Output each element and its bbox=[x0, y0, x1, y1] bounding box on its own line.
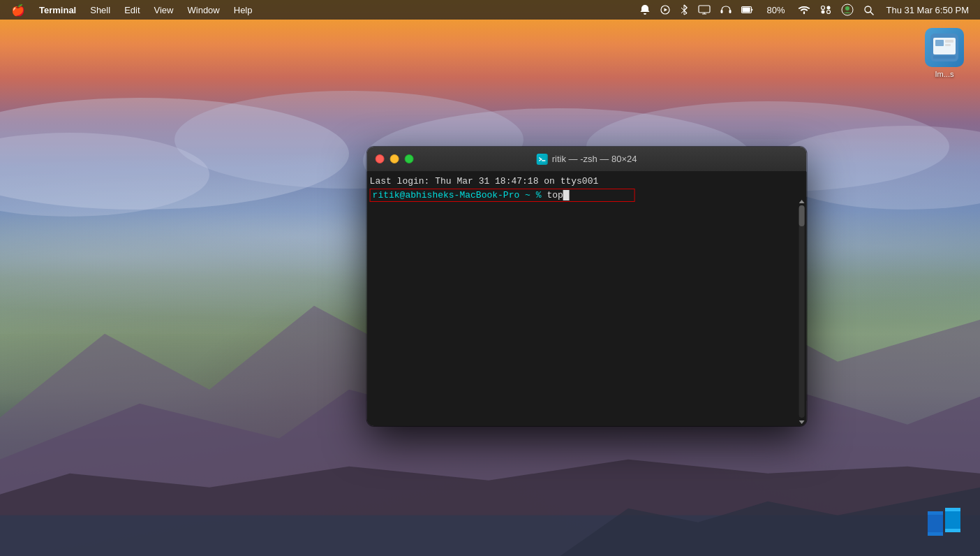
svg-point-22 bbox=[826, 10, 830, 14]
menu-window[interactable]: Window bbox=[182, 3, 225, 17]
window-buttons bbox=[376, 154, 414, 163]
svg-rect-39 bbox=[945, 508, 960, 532]
terminal-titlebar: ritik — -zsh — 80×24 bbox=[367, 147, 807, 172]
terminal-title-text: ritik — -zsh — 80×24 bbox=[552, 154, 637, 164]
scrollbar-down-button[interactable] bbox=[799, 419, 804, 425]
menu-view[interactable]: View bbox=[149, 3, 179, 17]
svg-rect-41 bbox=[945, 529, 960, 532]
svg-rect-37 bbox=[928, 511, 943, 515]
display-icon[interactable] bbox=[695, 5, 713, 15]
menubar-right: 80% bbox=[637, 3, 974, 17]
svg-point-21 bbox=[821, 10, 824, 14]
user-avatar[interactable] bbox=[838, 3, 856, 16]
menu-shell[interactable]: Shell bbox=[84, 3, 116, 17]
battery-menu-icon[interactable] bbox=[738, 6, 757, 14]
svg-rect-30 bbox=[945, 44, 951, 46]
menu-help[interactable]: Help bbox=[228, 3, 258, 17]
svg-marker-12 bbox=[665, 8, 668, 12]
window-minimize-button[interactable] bbox=[390, 154, 399, 163]
svg-rect-28 bbox=[935, 40, 944, 46]
watermark bbox=[928, 508, 966, 542]
wifi-icon[interactable] bbox=[795, 5, 813, 15]
svg-marker-35 bbox=[799, 420, 804, 424]
headphones-icon[interactable] bbox=[718, 5, 734, 15]
terminal-window[interactable]: ritik — -zsh — 80×24 Last login: Thu Mar… bbox=[367, 147, 807, 426]
svg-rect-40 bbox=[945, 508, 960, 511]
svg-rect-36 bbox=[928, 511, 943, 536]
search-icon[interactable] bbox=[861, 5, 877, 15]
svg-point-19 bbox=[821, 6, 824, 10]
apple-logo[interactable]: 🍎 bbox=[6, 2, 31, 18]
menubar: 🍎 Terminal Shell Edit View Window Help bbox=[0, 0, 980, 20]
desktop-icon-image bbox=[925, 28, 964, 67]
scrollbar-up-button[interactable] bbox=[799, 198, 804, 204]
datetime[interactable]: Thu 31 Mar 6:50 PM bbox=[881, 3, 975, 17]
terminal-prompt: ritik@abhisheks-MacBook-Pro ~ % bbox=[373, 190, 542, 200]
terminal-body[interactable]: Last login: Thu Mar 31 18:47:18 on ttys0… bbox=[367, 172, 807, 401]
terminal-login-line: Last login: Thu Mar 31 18:47:18 on ttys0… bbox=[370, 175, 796, 189]
svg-rect-31 bbox=[933, 56, 956, 59]
scrollbar-track bbox=[799, 205, 804, 418]
svg-rect-17 bbox=[743, 8, 750, 13]
svg-rect-13 bbox=[699, 6, 710, 13]
menu-edit[interactable]: Edit bbox=[119, 3, 145, 17]
terminal-scrollbar[interactable] bbox=[796, 197, 807, 426]
svg-point-18 bbox=[803, 13, 804, 14]
play-icon[interactable] bbox=[658, 5, 673, 15]
notification-icon[interactable] bbox=[637, 4, 653, 15]
control-center-icon[interactable] bbox=[817, 5, 834, 15]
svg-rect-38 bbox=[928, 532, 943, 536]
svg-point-20 bbox=[826, 6, 830, 10]
battery-percent: 80% bbox=[761, 3, 790, 17]
terminal-body-container: Last login: Thu Mar 31 18:47:18 on ttys0… bbox=[367, 172, 807, 426]
terminal-title-icon bbox=[537, 154, 548, 165]
terminal-prompt-line[interactable]: ritik@abhisheks-MacBook-Pro ~ % top bbox=[370, 189, 635, 202]
window-close-button[interactable] bbox=[376, 154, 385, 163]
svg-point-24 bbox=[845, 6, 849, 10]
terminal-command: top bbox=[547, 190, 563, 200]
svg-marker-34 bbox=[799, 200, 804, 203]
terminal-cursor bbox=[563, 190, 570, 200]
svg-rect-15 bbox=[729, 10, 732, 13]
terminal-title: ritik — -zsh — 80×24 bbox=[537, 154, 637, 165]
svg-rect-29 bbox=[945, 40, 953, 43]
svg-rect-14 bbox=[721, 10, 723, 13]
scrollbar-thumb[interactable] bbox=[799, 205, 804, 226]
bluetooth-icon[interactable] bbox=[677, 4, 691, 15]
app-name[interactable]: Terminal bbox=[34, 3, 82, 17]
window-maximize-button[interactable] bbox=[405, 154, 414, 163]
desktop: 🍎 Terminal Shell Edit View Window Help bbox=[0, 0, 980, 556]
menubar-left: 🍎 Terminal Shell Edit View Window Help bbox=[6, 2, 258, 18]
